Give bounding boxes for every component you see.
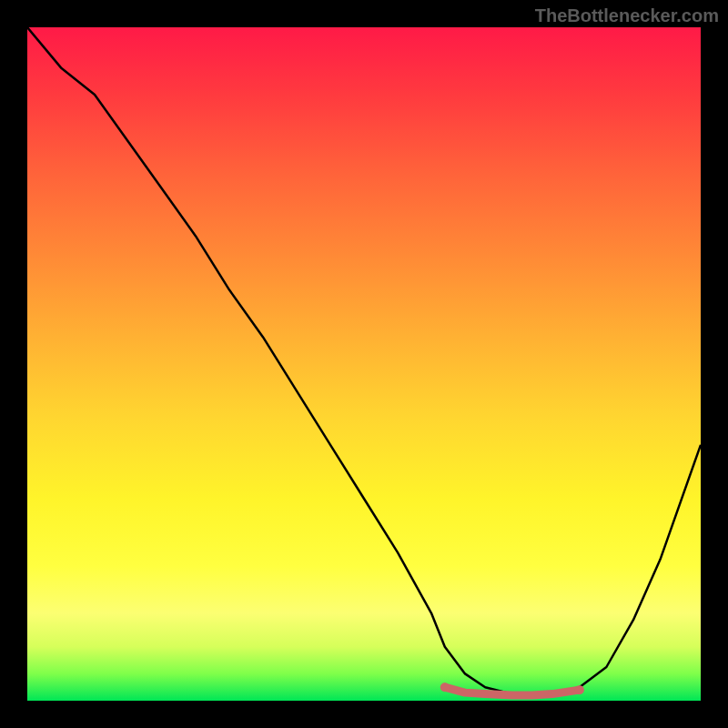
bottleneck-curve [27, 27, 701, 694]
highlight-end-dot [440, 682, 450, 692]
flat-highlight [445, 687, 580, 695]
curve-layer [27, 27, 701, 701]
plot-area [27, 27, 701, 701]
highlight-end-dot [575, 685, 584, 694]
watermark-text: TheBottlenecker.com [535, 5, 719, 26]
